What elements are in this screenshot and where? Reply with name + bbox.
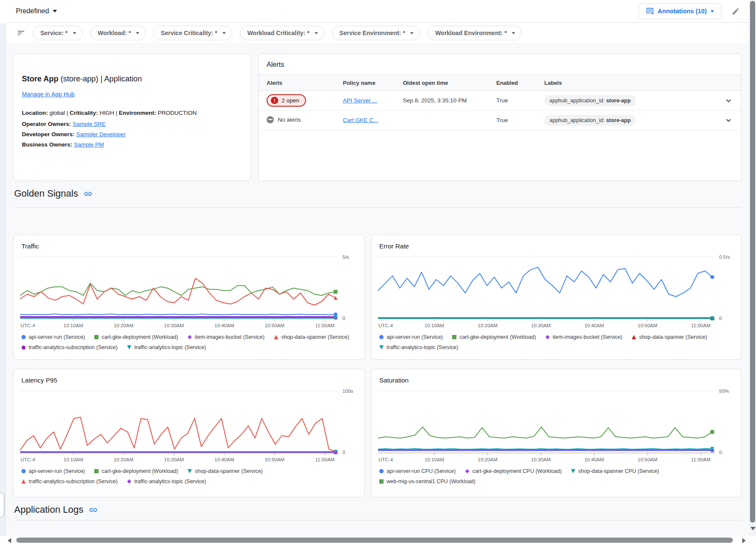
- scroll-down-arrow[interactable]: [750, 527, 756, 530]
- legend-item[interactable]: api-server-run (Service): [379, 334, 443, 340]
- filter-chip-workload-criticality[interactable]: Workload Criticality: *: [240, 26, 324, 40]
- legend-label: traffic-analytics-topic (Service): [387, 344, 458, 350]
- link-icon[interactable]: [84, 189, 93, 198]
- triangle-up-marker-icon: [21, 479, 26, 484]
- legend-item[interactable]: shop-data-spanner CPU (Service): [571, 468, 659, 474]
- edit-dashboard-button[interactable]: [732, 7, 740, 15]
- chevron-down-icon: [711, 10, 714, 12]
- chart-legend: api-server-run (Service)cart-gke-deploym…: [378, 334, 735, 350]
- expand-row-button[interactable]: [716, 116, 741, 125]
- legend-item[interactable]: item-images-bucket (Service): [546, 334, 623, 340]
- legend-item[interactable]: shop-data-spanner (Service): [274, 334, 349, 340]
- legend-item[interactable]: web-mig-us-central1 CPU (Workload): [379, 478, 475, 484]
- saturation-chart-plot[interactable]: [378, 391, 715, 456]
- legend-item[interactable]: api-server-run (Service): [21, 334, 85, 340]
- side-panel-handle[interactable]: [0, 492, 4, 518]
- policy-link[interactable]: API Server ...: [343, 97, 377, 104]
- annotations-button[interactable]: Annotations (10): [639, 3, 721, 19]
- chart-legend: api-server-run (Service)cart-gke-deploym…: [20, 334, 358, 350]
- latency-chart-plot[interactable]: [20, 391, 339, 456]
- x-tick-label: 10:10AM: [424, 457, 444, 462]
- manage-in-app-hub-link[interactable]: Manage in App Hub: [22, 91, 75, 98]
- alerts-card-title: Alerts: [259, 54, 741, 75]
- legend-label: item-images-bucket (Service): [195, 334, 265, 340]
- view-selector-dropdown[interactable]: Predefined: [16, 7, 57, 15]
- dashboard-content: Store App (store-app) | Application Mana…: [6, 43, 749, 536]
- filter-chip-service-criticality[interactable]: Service Criticality: *: [153, 26, 232, 40]
- saturation-chart-card: Saturation UTC-410:10AM10:20AM10:30AM10:…: [371, 369, 741, 497]
- legend-item[interactable]: cart-gke-deployment CPU (Workload): [465, 468, 561, 474]
- x-tick-label: 10:40AM: [584, 323, 604, 328]
- filter-chip-workload[interactable]: Workload: *: [90, 26, 146, 40]
- x-tick-label: 10:30AM: [164, 457, 184, 462]
- chart-y-axis: 5/s 0: [339, 257, 358, 330]
- x-tick-label: 10:10AM: [63, 323, 83, 328]
- business-owners: Business Owners: Sample PM: [22, 141, 242, 148]
- application-logs-heading: Application Logs: [14, 504, 98, 515]
- operator-owners: Operator Owners: Sample SRE: [22, 121, 242, 127]
- operator-owner-link[interactable]: Sample SRE: [73, 121, 106, 127]
- triangle-down-marker-icon: [379, 345, 384, 350]
- legend-item[interactable]: traffic-analytics-topic (Service): [127, 478, 206, 484]
- error-rate-chart-plot[interactable]: [378, 257, 715, 322]
- horizontal-scrollbar[interactable]: [6, 536, 749, 544]
- link-icon[interactable]: [89, 505, 98, 514]
- legend-item[interactable]: traffic-analytics-topic (Service): [379, 344, 458, 350]
- filter-chip-workload-environment[interactable]: Workload Environment: *: [428, 26, 522, 40]
- vertical-scrollbar-thumb[interactable]: [750, 1, 755, 523]
- horizontal-scrollbar-thumb[interactable]: [16, 538, 733, 543]
- square-marker-icon: [379, 479, 384, 484]
- chevron-down-icon: [512, 32, 515, 34]
- legend-item[interactable]: item-images-bucket (Service): [188, 334, 265, 340]
- legend-label: item-images-bucket (Service): [553, 334, 623, 340]
- diamond-marker-icon: [188, 335, 192, 339]
- table-row[interactable]: !2 open API Server ... Sep 8, 2025, 3:35…: [259, 91, 741, 111]
- chevron-down-icon: [724, 96, 733, 105]
- chevron-down-icon: [73, 32, 76, 34]
- legend-item[interactable]: shop-data-spanner (Service): [632, 334, 707, 340]
- legend-item[interactable]: api-server-run (Service): [21, 468, 85, 474]
- label-chip: apphub_application_id:store-app: [544, 115, 636, 126]
- legend-label: api-server-run CPU (Service): [387, 468, 456, 474]
- legend-label: api-server-run (Service): [29, 334, 85, 340]
- legend-label: api-server-run (Service): [29, 468, 85, 474]
- legend-label: api-server-run (Service): [387, 334, 443, 340]
- timezone-label: UTC-4: [21, 323, 35, 328]
- traffic-chart-plot[interactable]: [20, 257, 339, 322]
- legend-item[interactable]: traffic-analytics-topic (Service): [127, 344, 206, 350]
- circle-marker-icon: [21, 469, 26, 473]
- vertical-scrollbar[interactable]: [749, 0, 756, 536]
- legend-item[interactable]: cart-gke-deployment (Workload): [94, 334, 178, 340]
- legend-label: shop-data-spanner (Service): [195, 468, 263, 474]
- business-owner-link[interactable]: Sample PM: [74, 141, 104, 148]
- pencil-icon: [732, 7, 740, 15]
- diamond-marker-icon: [465, 469, 469, 473]
- developer-owner-link[interactable]: Sampler Developer: [76, 131, 126, 137]
- scroll-left-arrow[interactable]: [8, 538, 11, 543]
- square-marker-icon: [452, 335, 456, 339]
- x-tick-label: 11:00AM: [691, 457, 711, 462]
- legend-label: traffic-analytics-topic (Service): [134, 478, 206, 484]
- legend-item[interactable]: api-server-run CPU (Service): [379, 468, 456, 474]
- pentagon-marker-icon: [21, 345, 26, 350]
- expand-row-button[interactable]: [716, 96, 741, 105]
- x-tick-label: 10:50AM: [265, 457, 285, 462]
- legend-item[interactable]: shop-data-spanner (Service): [188, 468, 263, 474]
- golden-signals-heading: Golden Signals: [14, 188, 93, 199]
- table-row[interactable]: No alerts Cart GKE C... True apphub_appl…: [259, 111, 741, 130]
- x-tick-label: 10:40AM: [214, 323, 234, 328]
- legend-item[interactable]: traffic-analytics-subscription (Service): [21, 478, 117, 484]
- filter-chip-service[interactable]: Service: *: [33, 26, 83, 40]
- legend-item[interactable]: cart-gke-deployment (Workload): [94, 468, 178, 474]
- filter-chip-service-environment[interactable]: Service Environment: *: [332, 26, 420, 40]
- legend-item[interactable]: cart-gke-deployment (Workload): [452, 334, 536, 340]
- scroll-right-arrow[interactable]: [742, 538, 746, 543]
- x-tick-label: 10:40AM: [214, 457, 234, 462]
- circle-marker-icon: [21, 335, 26, 339]
- square-marker-icon: [94, 469, 99, 473]
- legend-item[interactable]: traffic-analytics-subscription (Service): [21, 344, 117, 350]
- chevron-down-icon: [136, 32, 139, 34]
- legend-label: shop-data-spanner (Service): [639, 334, 707, 340]
- alerts-table-header: Alerts Policy name Oldest open time Enab…: [259, 75, 741, 91]
- policy-link[interactable]: Cart GKE C...: [343, 117, 378, 123]
